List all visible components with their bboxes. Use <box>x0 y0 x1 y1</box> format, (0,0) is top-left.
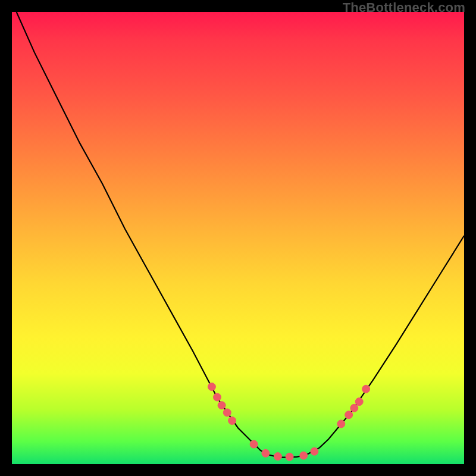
curve-marker <box>223 409 231 416</box>
curve-marker <box>355 398 363 406</box>
curve-marker <box>311 447 318 455</box>
curve-marker <box>286 453 293 461</box>
curve-marker <box>345 411 353 419</box>
bottleneck-curve <box>17 12 464 458</box>
curve-marker <box>214 393 221 401</box>
curve-layer <box>12 12 464 464</box>
curve-marker <box>250 440 258 448</box>
curve-marker <box>337 420 345 428</box>
chart-stage: TheBottleneck.com <box>0 0 476 476</box>
curve-marker <box>362 385 370 393</box>
curve-marker-group <box>208 383 369 461</box>
curve-marker <box>274 453 281 461</box>
curve-marker <box>218 402 226 409</box>
curve-marker <box>350 404 358 412</box>
curve-marker <box>228 417 236 425</box>
curve-marker <box>262 449 270 457</box>
curve-marker <box>208 383 215 391</box>
curve-marker <box>300 452 308 459</box>
